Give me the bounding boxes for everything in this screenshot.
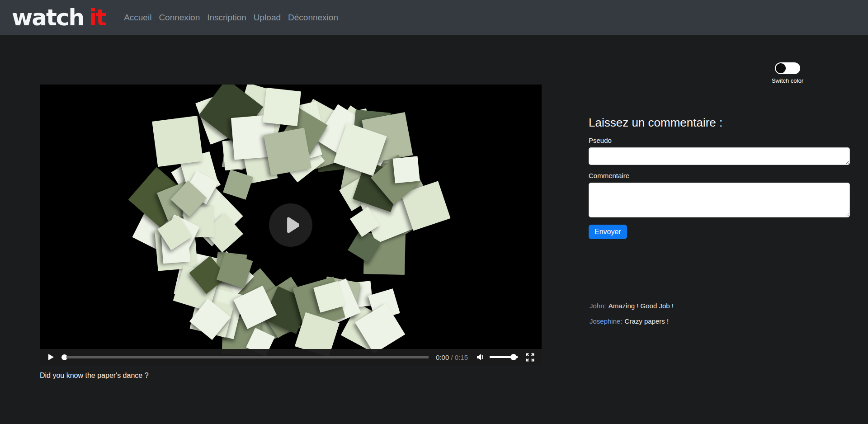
play-icon[interactable] — [48, 353, 54, 361]
brand-watch: watch — [12, 5, 84, 31]
volume-slider[interactable] — [490, 356, 518, 358]
time-duration: / 0:15 — [451, 353, 468, 361]
time-current: 0:00 — [436, 353, 449, 361]
video-caption: Did you know the paper's dance ? — [40, 372, 542, 380]
navbar: watch it Accueil Connexion Inscription U… — [0, 0, 868, 35]
progress-bar[interactable] — [61, 354, 429, 360]
comment-item: Josephine:Crazy papers ! — [590, 317, 674, 325]
nav-links: Accueil Connexion Inscription Upload Déc… — [120, 13, 342, 23]
video-controls-bar: 0:00 / 0:15 — [40, 349, 542, 365]
comment-text: Amazing ! Good Job ! — [609, 302, 674, 310]
fullscreen-icon[interactable] — [526, 353, 534, 362]
nav-link-accueil[interactable]: Accueil — [124, 13, 151, 22]
send-button[interactable]: Envoyer — [589, 225, 627, 239]
pseudo-input[interactable] — [589, 147, 850, 165]
play-overlay-button[interactable] — [269, 203, 312, 247]
nav-item-deconnexion[interactable]: Déconnexion — [284, 13, 342, 23]
comment-input[interactable] — [589, 183, 850, 217]
comment-author: John: — [590, 302, 606, 310]
volume-thumb[interactable] — [510, 354, 517, 360]
toggle-knob — [776, 63, 786, 73]
nav-link-connexion[interactable]: Connexion — [159, 13, 200, 22]
nav-item-accueil[interactable]: Accueil — [120, 13, 155, 23]
play-overlay-icon — [282, 217, 299, 234]
nav-link-inscription[interactable]: Inscription — [207, 13, 246, 22]
comment-form-title: Laissez un commentaire : — [589, 116, 850, 130]
time-display: 0:00 / 0:15 — [436, 353, 468, 361]
video-player[interactable]: 0:00 / 0:15 — [40, 85, 542, 365]
comment-text: Crazy papers ! — [625, 317, 669, 325]
nav-link-upload[interactable]: Upload — [254, 13, 281, 22]
pseudo-label: Pseudo — [589, 137, 850, 144]
comment-form: Laissez un commentaire : Pseudo Commenta… — [589, 116, 850, 239]
color-switch-label: Switch color — [768, 77, 807, 84]
nav-item-inscription[interactable]: Inscription — [203, 13, 250, 23]
brand-logo[interactable]: watch it — [12, 5, 106, 31]
video-block: 0:00 / 0:15 Did you know the paper's dan… — [40, 85, 542, 380]
paper-square — [392, 156, 420, 184]
comment-author: Josephine: — [590, 317, 623, 325]
nav-item-upload[interactable]: Upload — [250, 13, 284, 23]
color-switch-block: Switch color — [768, 62, 807, 84]
paper-square — [152, 116, 203, 167]
paper-square — [264, 128, 311, 175]
brand-it: it — [89, 5, 106, 31]
comments-list: John:Amazing ! Good Job ! Josephine:Craz… — [590, 302, 674, 333]
comment-item: John:Amazing ! Good Job ! — [590, 302, 674, 310]
nav-link-deconnexion[interactable]: Déconnexion — [288, 13, 338, 22]
paper-square — [263, 88, 301, 126]
color-switch-toggle[interactable] — [775, 62, 800, 74]
comment-label: Commentaire — [589, 172, 850, 179]
volume-icon[interactable] — [476, 353, 485, 361]
nav-item-connexion[interactable]: Connexion — [155, 13, 203, 23]
progress-track — [66, 356, 429, 358]
